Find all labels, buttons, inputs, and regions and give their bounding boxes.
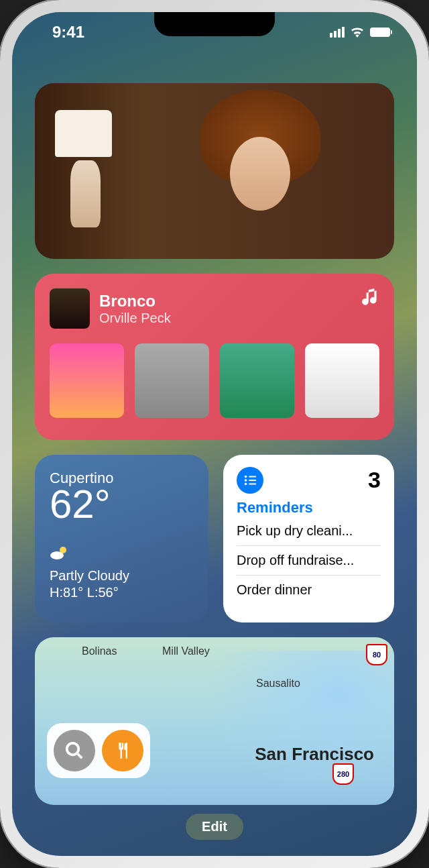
album-suggestion[interactable] bbox=[135, 343, 209, 418]
route-shield-icon: 80 bbox=[366, 644, 387, 665]
svg-rect-5 bbox=[249, 480, 256, 481]
weather-condition-icon bbox=[50, 545, 194, 564]
route-shield-icon: 280 bbox=[332, 763, 354, 785]
photo-content bbox=[55, 110, 115, 231]
wifi-icon bbox=[350, 27, 365, 38]
svg-point-4 bbox=[245, 479, 247, 482]
device-notch bbox=[154, 12, 275, 36]
reminders-list-icon bbox=[237, 467, 263, 494]
svg-point-8 bbox=[67, 743, 79, 755]
photo-content bbox=[166, 90, 354, 258]
svg-rect-7 bbox=[249, 484, 256, 485]
status-time: 9:41 bbox=[52, 23, 84, 42]
photos-widget[interactable] bbox=[35, 83, 394, 259]
svg-point-2 bbox=[245, 476, 247, 478]
album-suggestion[interactable] bbox=[220, 343, 294, 418]
maps-restaurants-button[interactable] bbox=[102, 730, 143, 771]
battery-icon bbox=[370, 28, 390, 37]
reminder-item[interactable]: Drop off fundraise... bbox=[237, 546, 381, 576]
map-label: Sausalito bbox=[256, 677, 300, 690]
music-track-title: Bronco bbox=[99, 292, 171, 311]
reminders-title: Reminders bbox=[237, 499, 381, 517]
reminder-item[interactable]: Order dinner bbox=[237, 576, 381, 604]
music-widget[interactable]: Bronco Orville Peck bbox=[35, 274, 394, 440]
maps-widget[interactable]: Bolinas Mill Valley Sausalito 80 280 San… bbox=[35, 637, 394, 805]
map-water bbox=[206, 651, 394, 798]
album-suggestion[interactable] bbox=[50, 343, 124, 418]
svg-point-1 bbox=[50, 551, 64, 559]
album-cover bbox=[50, 288, 90, 329]
music-note-icon bbox=[362, 288, 379, 313]
album-suggestion[interactable] bbox=[305, 343, 379, 418]
weather-widget[interactable]: Cupertino 62° Partly Cloudy H:81° L:56° bbox=[35, 455, 208, 622]
svg-point-6 bbox=[245, 483, 247, 486]
weather-condition: Partly Cloudy bbox=[50, 568, 194, 584]
svg-line-9 bbox=[77, 753, 82, 759]
reminder-item[interactable]: Pick up dry cleani... bbox=[237, 517, 381, 546]
maps-search-button[interactable] bbox=[54, 730, 95, 771]
maps-controls bbox=[47, 723, 150, 778]
cellular-signal-icon bbox=[330, 27, 345, 38]
svg-rect-3 bbox=[249, 476, 256, 478]
reminders-count: 3 bbox=[368, 467, 381, 493]
music-artist: Orville Peck bbox=[99, 311, 171, 326]
map-label: Bolinas bbox=[82, 645, 117, 657]
weather-high-low: H:81° L:56° bbox=[50, 585, 194, 600]
edit-button[interactable]: Edit bbox=[186, 814, 243, 840]
map-label: Mill Valley bbox=[162, 645, 210, 657]
weather-temperature: 62° bbox=[50, 484, 194, 525]
map-city-label: San Francisco bbox=[255, 744, 374, 765]
status-icons bbox=[330, 27, 390, 38]
reminders-widget[interactable]: 3 Reminders Pick up dry cleani... Drop o… bbox=[223, 455, 394, 622]
